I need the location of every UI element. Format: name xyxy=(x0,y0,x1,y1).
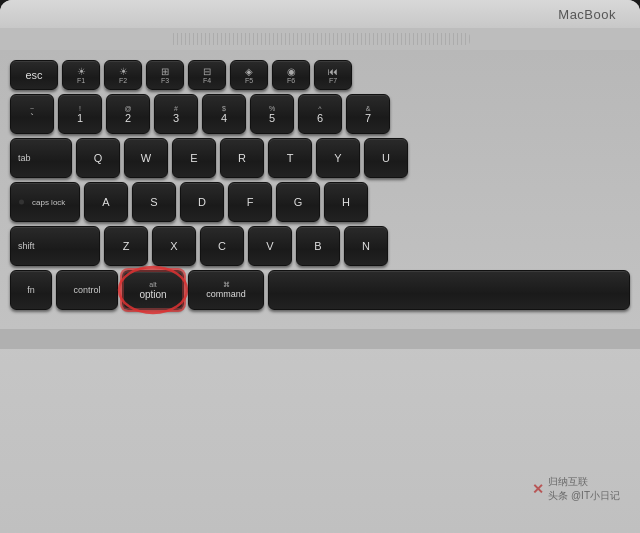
laptop-body: MacBook esc ☀ F1 ☀ F2 ⊞ F3 ⊟ xyxy=(0,0,640,533)
key-e[interactable]: E xyxy=(172,138,216,178)
fn-row: esc ☀ F1 ☀ F2 ⊞ F3 ⊟ F4 ◈ F5 xyxy=(10,60,630,90)
key-b[interactable]: B xyxy=(296,226,340,266)
key-spacebar[interactable] xyxy=(268,270,630,310)
key-7[interactable]: & 7 xyxy=(346,94,390,134)
key-r[interactable]: R xyxy=(220,138,264,178)
top-bar: MacBook xyxy=(0,0,640,28)
key-shift-left[interactable]: shift xyxy=(10,226,100,266)
key-f4[interactable]: ⊟ F4 xyxy=(188,60,226,90)
key-g[interactable]: G xyxy=(276,182,320,222)
key-3[interactable]: # 3 xyxy=(154,94,198,134)
speaker-area xyxy=(0,28,640,50)
key-z[interactable]: Z xyxy=(104,226,148,266)
watermark: ✕ 归纳互联 头条 @IT小日记 xyxy=(532,475,620,503)
bottom-bar xyxy=(0,329,640,349)
watermark-author: 头条 @IT小日记 xyxy=(548,489,620,503)
key-q[interactable]: Q xyxy=(76,138,120,178)
key-5[interactable]: % 5 xyxy=(250,94,294,134)
key-1[interactable]: ! 1 xyxy=(58,94,102,134)
key-option-label: option xyxy=(139,289,166,300)
key-4[interactable]: $ 4 xyxy=(202,94,246,134)
zxcv-row: shift Z X C V B N xyxy=(10,226,630,266)
key-f5[interactable]: ◈ F5 xyxy=(230,60,268,90)
key-f2[interactable]: ☀ F2 xyxy=(104,60,142,90)
key-a[interactable]: A xyxy=(84,182,128,222)
bottom-row: fn control alt option ⌘ command xyxy=(10,270,630,310)
key-c[interactable]: C xyxy=(200,226,244,266)
key-f[interactable]: F xyxy=(228,182,272,222)
key-backtick[interactable]: ~ ` xyxy=(10,94,54,134)
key-n[interactable]: N xyxy=(344,226,388,266)
key-2[interactable]: @ 2 xyxy=(106,94,150,134)
key-y[interactable]: Y xyxy=(316,138,360,178)
watermark-x-icon: ✕ xyxy=(532,481,544,497)
key-w[interactable]: W xyxy=(124,138,168,178)
caps-lock-indicator xyxy=(19,200,24,205)
key-control[interactable]: control xyxy=(56,270,118,310)
key-d[interactable]: D xyxy=(180,182,224,222)
macbook-label: MacBook xyxy=(558,7,616,22)
key-f6[interactable]: ◉ F6 xyxy=(272,60,310,90)
key-esc[interactable]: esc xyxy=(10,60,58,90)
asdf-row: caps lock A S D F G H xyxy=(10,182,630,222)
key-s[interactable]: S xyxy=(132,182,176,222)
key-x[interactable]: X xyxy=(152,226,196,266)
number-row: ~ ` ! 1 @ 2 # 3 $ 4 % 5 xyxy=(10,94,630,134)
key-f7[interactable]: ⏮ F7 xyxy=(314,60,352,90)
key-u[interactable]: U xyxy=(364,138,408,178)
key-f1[interactable]: ☀ F1 xyxy=(62,60,100,90)
speaker-grille xyxy=(170,33,470,45)
key-t[interactable]: T xyxy=(268,138,312,178)
key-command[interactable]: ⌘ command xyxy=(188,270,264,310)
key-fn[interactable]: fn xyxy=(10,270,52,310)
key-h[interactable]: H xyxy=(324,182,368,222)
key-6[interactable]: ^ 6 xyxy=(298,94,342,134)
key-option[interactable]: alt option xyxy=(122,270,184,310)
key-caps-lock[interactable]: caps lock xyxy=(10,182,80,222)
key-f3[interactable]: ⊞ F3 xyxy=(146,60,184,90)
watermark-site: 归纳互联 xyxy=(548,475,588,489)
key-tab[interactable]: tab xyxy=(10,138,72,178)
keyboard-area: esc ☀ F1 ☀ F2 ⊞ F3 ⊟ F4 ◈ F5 xyxy=(0,50,640,329)
qwerty-row: tab Q W E R T Y U xyxy=(10,138,630,178)
key-v[interactable]: V xyxy=(248,226,292,266)
